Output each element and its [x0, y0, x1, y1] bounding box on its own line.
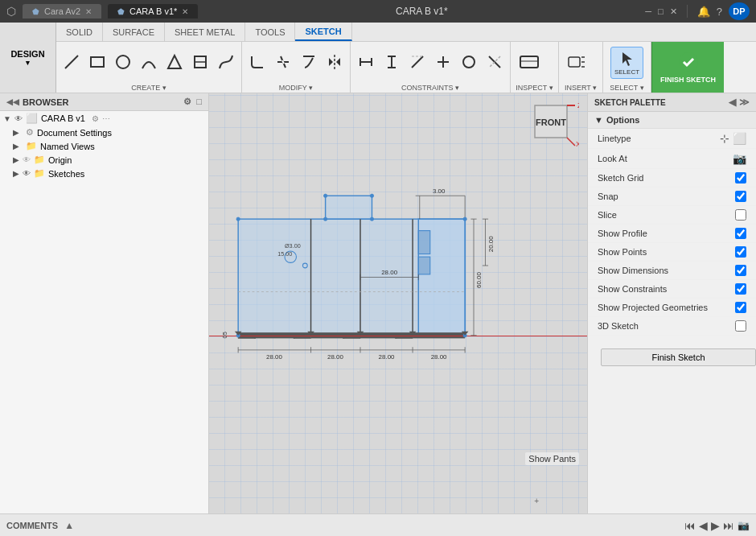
user-avatar[interactable]: DP	[729, 2, 750, 20]
trim-tool-button[interactable]	[271, 47, 295, 79]
constraint3-button[interactable]	[405, 47, 429, 79]
tab-cara-av2-close[interactable]: ✕	[85, 7, 92, 16]
design-button[interactable]: DESIGN ▾	[0, 23, 56, 93]
constraints-group-label[interactable]: CONSTRAINTS ▾	[351, 83, 510, 93]
svg-line-8	[282, 60, 284, 64]
palette-row-snap: Snap	[588, 188, 756, 206]
tree-root-more-icon[interactable]: ⋯	[102, 114, 110, 123]
help-icon[interactable]: ?	[717, 6, 722, 18]
tab-tools[interactable]: TOOLS	[245, 23, 295, 41]
svg-point-83	[370, 194, 373, 197]
tree-item-origin[interactable]: ▶ 👁 📁 Origin	[0, 153, 208, 167]
tree-item-named-views[interactable]: ▶ 📁 Named Views	[0, 139, 208, 153]
show-profile-label: Show Profile	[598, 229, 647, 238]
comments-expand-icon[interactable]: ▲	[64, 520, 74, 531]
extend-tool-button[interactable]	[297, 47, 321, 79]
mirror-tool-button[interactable]	[323, 47, 347, 79]
titlebar-close-icon[interactable]: ✕	[670, 6, 677, 17]
finish-sketch-button[interactable]: FINISH SKETCH	[651, 42, 724, 93]
line-tool-button[interactable]	[60, 47, 84, 79]
tab-cara-av2[interactable]: ⬟ Cara Av2 ✕	[23, 4, 101, 19]
polygon-tool-button[interactable]	[188, 47, 212, 79]
next-icon[interactable]: ▶	[711, 519, 720, 532]
modify-group-label[interactable]: MODIFY ▾	[242, 83, 350, 93]
restore-icon[interactable]: □	[658, 6, 664, 16]
sketch-grid-checkbox[interactable]	[735, 172, 746, 183]
tree-root-item[interactable]: ▼ 👁 ⬜ CARA B v1 ⚙ ⋯	[0, 111, 208, 126]
palette-expand-icon[interactable]: ◀	[729, 97, 736, 108]
browser-expand-btn[interactable]: □	[196, 97, 202, 107]
show-points-checkbox[interactable]	[735, 246, 746, 258]
tree-toggle-sketches[interactable]: ▶	[13, 169, 19, 178]
constraint5-button[interactable]	[457, 47, 481, 79]
show-profile-checkbox[interactable]	[735, 228, 746, 239]
tab-cara-bv1-close[interactable]: ✕	[182, 7, 188, 16]
svg-rect-22	[520, 56, 538, 68]
step-forward-icon[interactable]: ⏭	[723, 519, 734, 532]
constraint1-button[interactable]	[354, 47, 378, 79]
eye-icon-sketches[interactable]: 👁	[23, 169, 31, 178]
3d-sketch-checkbox[interactable]	[735, 320, 746, 332]
camera-icon[interactable]: 📷	[738, 520, 750, 531]
design-label: DESIGN	[10, 49, 44, 59]
minimize-icon[interactable]: ─	[645, 6, 651, 16]
palette-options-label: Options	[606, 115, 640, 125]
tree-root-toggle[interactable]: ▼	[3, 114, 11, 123]
eye-icon-root[interactable]: 👁	[14, 114, 23, 123]
constraint4-button[interactable]	[431, 47, 455, 79]
rectangle-tool-button[interactable]	[85, 47, 109, 79]
palette-options-header[interactable]: ▼ Options	[588, 112, 756, 129]
palette-more-icon[interactable]: ≫	[739, 97, 750, 108]
look-at-icon[interactable]: 📷	[733, 152, 746, 165]
svg-marker-28	[622, 52, 632, 66]
tree-toggle-doc[interactable]: ▶	[13, 128, 19, 137]
svg-text:28.00: 28.00	[266, 353, 282, 361]
browser-expand-icon[interactable]: ◀◀	[6, 97, 19, 106]
tab-cara-bv1[interactable]: ⬟ CARA B v1* ✕	[108, 4, 198, 19]
show-constraints-checkbox[interactable]	[735, 283, 746, 295]
tab-sketch[interactable]: SKETCH	[295, 23, 351, 41]
notification-icon[interactable]: 🔔	[697, 6, 710, 18]
show-projected-checkbox[interactable]	[735, 302, 746, 313]
inspect-group-label[interactable]: INSPECT ▾	[511, 83, 558, 93]
inspect-button[interactable]	[514, 47, 544, 79]
create-group-label[interactable]: CREATE ▾	[56, 83, 241, 93]
fillet-tool-button[interactable]	[245, 47, 269, 79]
insert-button[interactable]	[562, 47, 591, 79]
comments-label: COMMENTS	[6, 521, 58, 530]
linetype-icon1[interactable]: ⊹	[720, 132, 729, 145]
insert-group-label[interactable]: INSERT ▾	[559, 83, 602, 93]
step-back-icon[interactable]: ⏮	[684, 519, 696, 532]
tab-solid[interactable]: SOLID	[56, 23, 103, 41]
tab-sheet-metal[interactable]: SHEET METAL	[165, 23, 245, 41]
spline-tool-button[interactable]	[214, 47, 238, 79]
circle-tool-button[interactable]	[111, 47, 135, 79]
linetype-label: Linetype	[598, 134, 631, 143]
eye-icon-origin[interactable]: 👁	[23, 155, 31, 164]
constraint6-button[interactable]	[483, 47, 507, 79]
tab-surface[interactable]: SURFACE	[103, 23, 165, 41]
arc-tool-button[interactable]	[137, 47, 161, 79]
show-dimensions-checkbox[interactable]	[735, 265, 746, 276]
snap-checkbox[interactable]	[735, 191, 746, 202]
tree-item-doc-settings[interactable]: ▶ ⚙ Document Settings	[0, 126, 208, 139]
slice-checkbox[interactable]	[735, 209, 746, 221]
select-button[interactable]: SELECT	[610, 47, 643, 79]
constraint2-button[interactable]	[380, 47, 404, 79]
show-projected-label: Show Projected Geometries	[598, 303, 708, 312]
canvas[interactable]: 3.00 28.00 28.00 28.00 28.00 60.00	[209, 93, 587, 513]
tab-cara-bv1-icon: ⬟	[117, 7, 125, 16]
view-cube[interactable]: FRONT Z X	[523, 101, 579, 158]
select-group-label[interactable]: SELECT ▾	[603, 83, 651, 93]
palette-row-show-constraints: Show Constraints	[588, 280, 756, 299]
triangle-tool-button[interactable]	[162, 47, 187, 79]
tree-toggle-views[interactable]: ▶	[13, 142, 19, 150]
prev-icon[interactable]: ◀	[699, 519, 708, 532]
browser-settings-icon[interactable]: ⚙	[183, 97, 191, 107]
linetype-icon2[interactable]: ⬜	[733, 132, 746, 145]
tree-toggle-origin[interactable]: ▶	[13, 155, 19, 164]
finish-sketch-palette-button[interactable]: Finish Sketch	[601, 348, 756, 366]
tree-item-sketches[interactable]: ▶ 👁 📁 Sketches	[0, 167, 208, 180]
svg-rect-43	[418, 231, 429, 254]
tree-root-settings-icon[interactable]: ⚙	[92, 114, 99, 123]
